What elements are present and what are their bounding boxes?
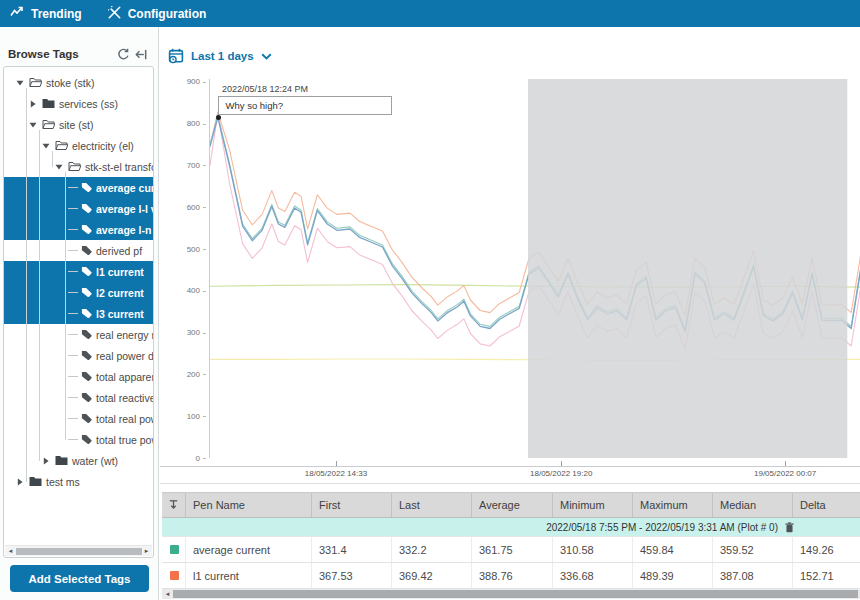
expander-right-icon[interactable] [42, 457, 52, 465]
trend-icon [10, 6, 24, 21]
scroll-left-arrow-icon[interactable]: ◂ [162, 589, 173, 599]
tree-horizontal-scrollbar[interactable]: ◂ ▸ [5, 545, 152, 556]
chart-lines [210, 79, 860, 458]
tree-item-label: l2 current [96, 287, 144, 299]
tag-tree: stoke (stk)services (ss)site (st)electri… [3, 66, 154, 558]
x-axis-tick [336, 461, 337, 466]
stat-value-cell: 152.71 [793, 563, 860, 588]
column-header-last[interactable]: Last [392, 493, 472, 517]
y-axis-label: 600 [187, 203, 200, 212]
stat-value-cell: 332.2 [392, 537, 472, 562]
tab-label: Trending [31, 7, 82, 21]
x-axis-tick [785, 461, 786, 466]
tree-guide-line [65, 172, 66, 440]
stat-value-cell: 387.08 [713, 563, 793, 588]
y-axis-label: 200 [187, 370, 200, 379]
pen-row-l1-current[interactable]: l1 current367.53369.42388.76336.68489.39… [162, 563, 860, 589]
sidebar: Browse Tags stoke (stk)services (ss)site… [0, 27, 159, 600]
tree-connector [68, 355, 78, 356]
tree-connector [68, 376, 78, 377]
tab-configuration[interactable]: Configuration [108, 6, 207, 22]
time-range-picker[interactable]: Last 1 days [168, 47, 272, 65]
pen-color-cell [162, 537, 186, 562]
column-header-median[interactable]: Median [713, 493, 793, 517]
pen-color-swatch [170, 545, 179, 554]
column-header-maximum[interactable]: Maximum [633, 493, 713, 517]
table-scrollbar-thumb[interactable] [173, 590, 858, 598]
y-axis-tick [203, 165, 206, 166]
top-nav-bar: TrendingConfiguration [0, 0, 860, 27]
expander-down-icon[interactable] [16, 79, 26, 87]
tree-item-label: derived pf [96, 245, 142, 257]
pin-columns-header-cell[interactable] [162, 493, 186, 517]
tree-item-label: average current [96, 182, 153, 194]
annotation-text: Why so high? [226, 100, 284, 111]
y-axis-label: 800 [187, 119, 200, 128]
y-axis-tick [203, 374, 206, 375]
add-selected-tags-button[interactable]: Add Selected Tags [10, 565, 149, 592]
y-axis-label: 100 [187, 412, 200, 421]
folder-closed-icon [29, 476, 42, 487]
column-header-minimum[interactable]: Minimum [553, 493, 633, 517]
annotation-note[interactable]: Why so high? [218, 96, 392, 115]
annotation-timestamp: 2022/05/18 12:24 PM [222, 84, 308, 94]
tree-connector [68, 271, 78, 272]
column-header-first[interactable]: First [312, 493, 392, 517]
stat-value-cell: 359.52 [713, 537, 793, 562]
column-header-delta[interactable]: Delta [793, 493, 860, 517]
y-axis-tick [203, 207, 206, 208]
tag-icon [81, 371, 92, 382]
range-label: Last 1 days [191, 50, 254, 62]
chart-plot-area[interactable]: 2022/05/18 12:24 PM Why so high? [209, 79, 860, 458]
tag-icon [81, 266, 92, 277]
column-header-pen-name[interactable]: Pen Name [186, 493, 312, 517]
refresh-icon[interactable] [114, 48, 132, 61]
tree-scrollbar-thumb[interactable] [16, 548, 142, 555]
expander-down-icon[interactable] [42, 142, 52, 150]
folder-open-icon [42, 119, 55, 130]
tree-connector [68, 187, 78, 188]
expander-right-icon[interactable] [16, 478, 26, 486]
trash-icon[interactable] [785, 522, 794, 533]
tree-guide-line [39, 130, 40, 461]
column-header-average[interactable]: Average [472, 493, 553, 517]
tree-item-label: site (st) [59, 119, 93, 131]
stat-value-cell: 331.4 [312, 537, 392, 562]
y-axis-tick [203, 249, 206, 250]
tree-item-label: water (wt) [72, 455, 118, 467]
y-axis-tick [203, 458, 206, 459]
tree-connector [68, 250, 78, 251]
expander-down-icon[interactable] [55, 163, 65, 171]
stat-value-cell: 361.75 [472, 537, 553, 562]
table-top-separator [160, 483, 860, 484]
chevron-down-icon[interactable] [261, 53, 272, 60]
tree-connector [68, 208, 78, 209]
x-axis-label: 18/05/2022 19:20 [530, 469, 592, 478]
scroll-left-arrow-icon[interactable]: ◂ [5, 546, 16, 556]
x-axis-label: 19/05/2022 00:07 [754, 469, 816, 478]
tree-connector [68, 439, 78, 440]
tree-item-label: real power demand [96, 350, 153, 362]
stat-value-cell: 367.53 [312, 563, 392, 588]
tree-guide-line [52, 151, 53, 167]
pen-color-swatch [170, 571, 179, 580]
tag-icon [81, 203, 92, 214]
tab-trending[interactable]: Trending [10, 6, 82, 21]
stat-value-cell: 369.42 [392, 563, 472, 588]
pen-row-average-current[interactable]: average current331.4332.2361.75310.58459… [162, 537, 860, 563]
tag-icon [81, 308, 92, 319]
expander-right-icon[interactable] [29, 100, 39, 108]
tag-icon [81, 245, 92, 256]
annotation-marker[interactable] [216, 115, 221, 120]
tag-icon [81, 329, 92, 340]
pin-columns-icon[interactable] [168, 499, 179, 512]
tag-icon [81, 350, 92, 361]
scroll-right-arrow-icon[interactable]: ▸ [141, 546, 152, 556]
expander-down-icon[interactable] [29, 121, 39, 129]
tag-icon [81, 224, 92, 235]
tree-connector [68, 313, 78, 314]
table-horizontal-scrollbar[interactable]: ◂ [162, 589, 860, 599]
collapse-panel-icon[interactable] [132, 48, 150, 61]
statistics-table: Pen NameFirstLastAverageMinimumMaximumMe… [162, 492, 860, 589]
tree-connector [68, 334, 78, 335]
